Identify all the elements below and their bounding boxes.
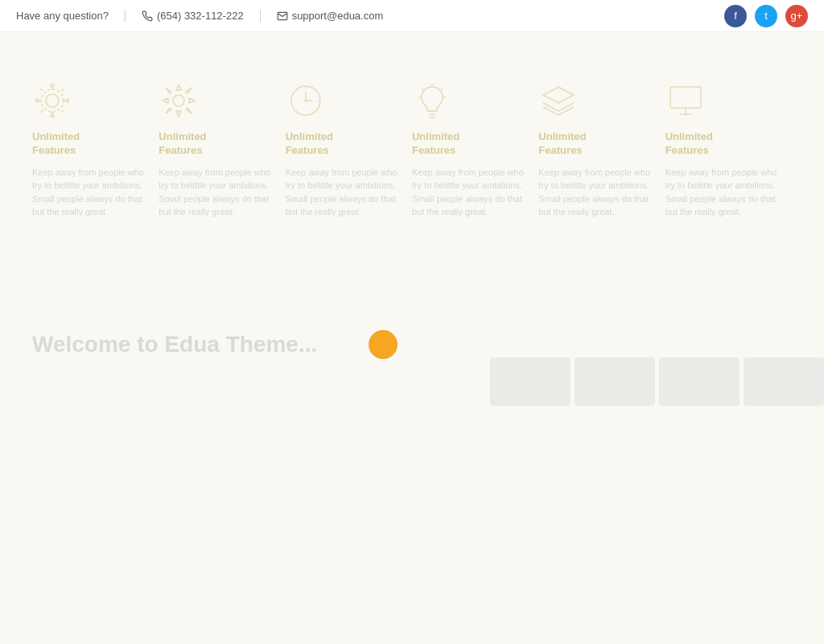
- feature-title-3: UnlimitedFeatures: [286, 130, 404, 158]
- svg-line-12: [422, 89, 423, 90]
- svg-point-0: [46, 94, 59, 107]
- email-address: support@edua.com: [292, 10, 384, 22]
- svg-line-13: [441, 89, 443, 90]
- feature-text-4: Keep away from people who try to belittl…: [412, 166, 530, 219]
- feature-item-2: UnlimitedFeatures Keep away from people …: [159, 80, 285, 219]
- facebook-icon[interactable]: f: [724, 5, 747, 27]
- feature-item-1: UnlimitedFeatures Keep away from people …: [32, 80, 159, 219]
- feature-icon-6: [665, 80, 706, 121]
- feature-icon-2: [159, 80, 199, 121]
- feature-text-6: Keep away from people who try to belittl…: [665, 166, 784, 219]
- svg-point-2: [173, 95, 184, 106]
- bottom-img-4: [744, 357, 824, 406]
- feature-title-2: UnlimitedFeatures: [159, 130, 277, 158]
- feature-icon-3: [286, 80, 326, 121]
- header-left: Have any question? (654) 332-112-222 sup…: [16, 10, 383, 22]
- twitter-icon[interactable]: t: [755, 5, 777, 27]
- header-right: f t g+: [724, 5, 808, 27]
- feature-item-6: UnlimitedFeatures Keep away from people …: [665, 80, 792, 219]
- googleplus-icon[interactable]: g+: [785, 5, 808, 27]
- svg-point-1: [41, 89, 64, 112]
- bottom-img-2: [575, 357, 655, 406]
- phone-icon: [142, 10, 153, 22]
- email-info: support@edua.com: [277, 10, 384, 22]
- phone-number: (654) 332-112-222: [157, 10, 244, 22]
- feature-icon-5: [538, 80, 579, 121]
- phone-info: (654) 332-112-222: [142, 10, 244, 22]
- feature-text-2: Keep away from people who try to belittl…: [159, 166, 277, 219]
- bottom-images: [490, 357, 824, 406]
- feature-text-1: Keep away from people who try to belittl…: [32, 166, 150, 219]
- svg-rect-15: [670, 87, 701, 108]
- feature-title-4: UnlimitedFeatures: [412, 130, 530, 158]
- bottom-img-3: [659, 357, 740, 406]
- feature-title-1: UnlimitedFeatures: [32, 130, 150, 158]
- svg-point-6: [304, 99, 307, 102]
- feature-item-3: UnlimitedFeatures Keep away from people …: [286, 80, 412, 219]
- main-content: UnlimitedFeatures Keep away from people …: [0, 32, 824, 406]
- feature-title-5: UnlimitedFeatures: [538, 130, 657, 158]
- email-icon: [277, 10, 288, 22]
- features-section: UnlimitedFeatures Keep away from people …: [32, 80, 792, 219]
- feature-title-6: UnlimitedFeatures: [665, 130, 784, 158]
- feature-item-5: UnlimitedFeatures Keep away from people …: [538, 80, 665, 219]
- header: Have any question? (654) 332-112-222 sup…: [0, 0, 824, 32]
- svg-marker-14: [543, 87, 574, 103]
- feature-icon-4: [412, 80, 452, 121]
- feature-text-3: Keep away from people who try to belittl…: [286, 166, 404, 219]
- bottom-img-1: [490, 357, 571, 406]
- feature-text-5: Keep away from people who try to belittl…: [538, 166, 657, 219]
- divider-1: [125, 10, 126, 22]
- divider-2: [260, 10, 261, 22]
- welcome-title: Welcome to Edua Theme...: [32, 332, 792, 357]
- feature-item-4: UnlimitedFeatures Keep away from people …: [412, 80, 538, 219]
- question-text: Have any question?: [16, 10, 109, 22]
- feature-icon-1: [32, 80, 72, 121]
